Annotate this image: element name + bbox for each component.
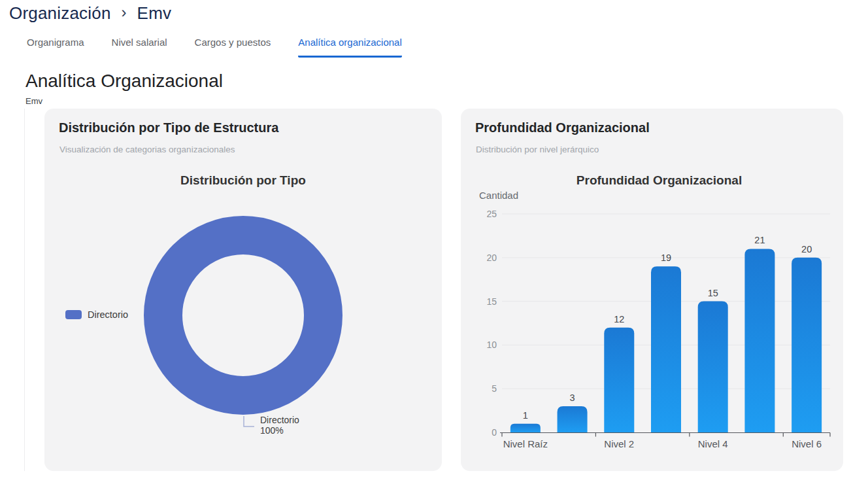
- breadcrumb-current[interactable]: Emv: [137, 3, 172, 24]
- bar-1[interactable]: [510, 424, 541, 432]
- bar-chart[interactable]: 0510152025131219152120Nivel RaízNivel 2N…: [461, 194, 843, 471]
- bar-value-label: 3: [570, 392, 575, 403]
- tab-cargos-y-puestos[interactable]: Cargos y puestos: [195, 37, 271, 58]
- donut-chart[interactable]: [44, 109, 442, 471]
- bar-5[interactable]: [698, 302, 728, 432]
- legend-item-directorio[interactable]: Directorio: [65, 309, 128, 320]
- page-subtitle: Emv: [25, 96, 42, 106]
- page-title: Analítica Organizacional: [25, 71, 223, 92]
- x-tick-label: Nivel 2: [604, 438, 634, 449]
- bar-2[interactable]: [558, 406, 588, 432]
- y-tick-label: 25: [486, 209, 497, 219]
- legend-label: Directorio: [88, 309, 128, 320]
- bar-value-label: 15: [708, 288, 718, 298]
- pie-callout-label: Directorio: [260, 415, 299, 425]
- page: Organización › Emv OrganigramaNivel sala…: [0, 0, 868, 488]
- y-tick-label: 0: [492, 427, 497, 438]
- bar-value-label: 19: [661, 253, 671, 263]
- x-tick-label: Nivel Raíz: [503, 438, 548, 449]
- breadcrumb: Organización › Emv: [9, 3, 171, 24]
- x-tick-label: Nivel 4: [698, 438, 728, 449]
- bar-6[interactable]: [744, 249, 775, 432]
- pie-callout: Directorio 100%: [260, 415, 299, 436]
- left-divider: [24, 109, 25, 471]
- bar-7[interactable]: [792, 258, 822, 432]
- breadcrumb-parent[interactable]: Organización: [9, 3, 111, 24]
- tab-nivel-salarial[interactable]: Nivel salarial: [112, 37, 167, 58]
- tab-anal-tica-organizacional[interactable]: Analítica organizacional: [298, 37, 401, 58]
- pie-callout-line: [244, 416, 254, 427]
- card-distribution: Distribución por Tipo de Estructura Visu…: [44, 109, 442, 471]
- bar-chart-title: Profundidad Organizacional: [461, 173, 843, 188]
- y-tick-label: 20: [486, 253, 497, 263]
- donut-segment-directorio[interactable]: [163, 235, 324, 396]
- y-tick-label: 15: [486, 296, 497, 307]
- bar-value-label: 20: [801, 244, 812, 254]
- bar-3[interactable]: [604, 328, 634, 432]
- x-tick-label: Nivel 6: [792, 438, 822, 449]
- bar-4[interactable]: [651, 266, 681, 432]
- card-depth: Profundidad Organizacional Distribución …: [461, 109, 843, 471]
- depth-card-title: Profundidad Organizacional: [475, 120, 650, 135]
- y-tick-label: 5: [492, 383, 497, 394]
- pie-callout-value: 100%: [260, 425, 299, 436]
- bar-value-label: 12: [614, 314, 624, 324]
- bar-value-label: 21: [754, 235, 765, 245]
- depth-card-subtitle: Distribución por nivel jerárquico: [476, 145, 599, 154]
- breadcrumb-separator-icon: ›: [122, 3, 127, 22]
- tab-bar: OrganigramaNivel salarialCargos y puesto…: [27, 37, 402, 58]
- y-tick-label: 10: [486, 340, 497, 350]
- tab-organigrama[interactable]: Organigrama: [27, 37, 84, 58]
- legend-swatch: [65, 310, 82, 319]
- bar-value-label: 1: [523, 410, 528, 421]
